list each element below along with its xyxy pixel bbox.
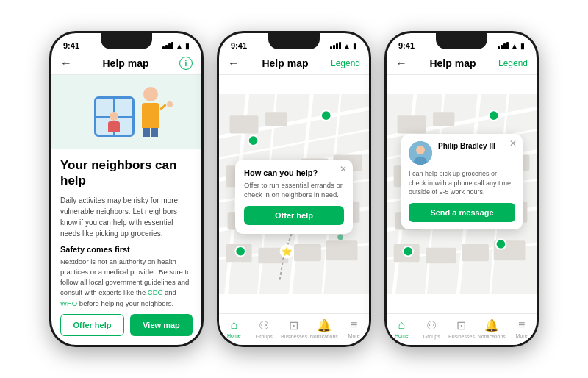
businesses-icon-3: ⊡	[456, 318, 466, 332]
businesses-icon-2: ⊡	[289, 318, 298, 332]
nav-businesses-3[interactable]: ⊡ Businesses	[447, 318, 477, 339]
battery-icon-1: ▮	[185, 42, 190, 50]
svg-rect-45	[433, 112, 454, 126]
more-label-3: More	[516, 333, 528, 338]
back-button-2[interactable]: ←	[228, 57, 240, 70]
header-2: ← Help map Legend	[219, 54, 369, 75]
groups-icon-3: ⚇	[426, 318, 437, 332]
nav-home-2[interactable]: ⌂ Home	[219, 318, 249, 339]
send-message-button[interactable]: Send a message	[409, 203, 515, 222]
bottom-nav-3: ⌂ Home ⚇ Groups ⊡ Businesses 🔔 Notificat…	[387, 313, 537, 345]
standing-head	[143, 87, 158, 101]
profile-header-3: Philip Bradley III	[409, 141, 515, 165]
popup-close-2[interactable]: ✕	[340, 164, 347, 174]
header-3: ← Help map Legend	[387, 54, 537, 75]
svg-rect-23	[294, 244, 321, 261]
svg-text:⭐: ⭐	[282, 246, 293, 257]
status-time-3: 9:41	[398, 41, 415, 50]
info-main-title: Your neighbors can help	[60, 157, 193, 189]
nav-groups-3[interactable]: ⚇ Groups	[417, 318, 447, 339]
map-screen-2: ⭐ ✕ How can you help? Offer to run essen…	[219, 75, 369, 345]
groups-label-2: Groups	[256, 334, 273, 339]
popup-text-2: Offer to run essential errands or check …	[244, 180, 344, 200]
notch-1	[101, 33, 152, 49]
info-button-1[interactable]: i	[179, 57, 193, 70]
bottom-nav-2: ⌂ Home ⚇ Groups ⊡ Businesses 🔔 Notificat…	[219, 313, 369, 345]
battery-icon-3: ▮	[520, 42, 525, 50]
more-icon-3: ≡	[518, 318, 525, 332]
person-body	[108, 121, 120, 132]
back-button-1[interactable]: ←	[60, 57, 72, 70]
profile-text-3: I can help pick up groceries or check in…	[409, 169, 515, 197]
svg-point-31	[337, 234, 343, 240]
legend-button-3[interactable]: Legend	[498, 58, 528, 68]
wifi-icon-1: ▲	[176, 42, 183, 50]
phones-container: 9:41 ▲ ▮ ← Help map i	[35, 16, 553, 362]
notch-3	[436, 33, 487, 49]
signal-bars-1	[162, 42, 173, 49]
bar2	[501, 45, 503, 49]
phone-1: 9:41 ▲ ▮ ← Help map i	[49, 31, 204, 347]
safety-text: Nextdoor is not an authority on health p…	[60, 257, 193, 309]
nav-groups-2[interactable]: ⚇ Groups	[249, 318, 279, 339]
more-icon-2: ≡	[351, 318, 357, 332]
svg-point-60	[496, 239, 506, 249]
person-head	[110, 112, 118, 121]
header-title-3: Help map	[429, 57, 476, 69]
info-content-1: Your neighbors can help Daily activites …	[51, 149, 201, 308]
phone-3-inner: 9:41 ▲ ▮ ← Help map Legend	[387, 33, 537, 345]
notifications-icon-3: 🔔	[484, 318, 499, 332]
window-frame	[94, 96, 135, 137]
header-title-1: Help map	[102, 57, 148, 69]
map-bg-3: ✕ Philip Bradley III	[387, 75, 537, 313]
info-buttons: Offer help View map	[51, 308, 201, 345]
nav-businesses-2[interactable]: ⊡ Businesses	[279, 318, 309, 339]
svg-point-28	[235, 246, 245, 257]
safety-title: Safety comes first	[60, 245, 193, 254]
nav-notifications-3[interactable]: 🔔 Notifications	[476, 318, 506, 339]
svg-rect-56	[462, 244, 489, 261]
bar4	[339, 42, 341, 49]
svg-point-25	[321, 110, 331, 121]
who-link[interactable]: WHO	[60, 299, 77, 307]
standing-person	[142, 87, 159, 137]
offer-help-button-2[interactable]: Offer help	[244, 206, 344, 225]
nav-notifications-2[interactable]: 🔔 Notifications	[309, 318, 339, 339]
legend-button-2[interactable]: Legend	[331, 58, 360, 68]
signal-bars-2	[330, 42, 341, 49]
standing-body	[142, 103, 159, 128]
svg-point-65	[416, 146, 425, 154]
home-icon-3: ⌂	[398, 318, 406, 332]
cdc-link[interactable]: CDC	[148, 288, 163, 296]
nav-more-2[interactable]: ≡ More	[339, 318, 369, 339]
businesses-label-2: Businesses	[281, 334, 307, 339]
home-icon-2: ⌂	[231, 318, 238, 332]
nav-more-3[interactable]: ≡ More	[506, 318, 537, 339]
status-time-2: 9:41	[231, 41, 247, 50]
status-time-1: 9:41	[63, 41, 79, 50]
view-map-button[interactable]: View map	[130, 314, 193, 336]
businesses-label-3: Businesses	[448, 334, 475, 339]
illustration-1	[51, 75, 201, 149]
phone-2: 9:41 ▲ ▮ ← Help map Legend	[217, 31, 371, 347]
notch-2	[268, 33, 320, 49]
waving-hand	[167, 101, 173, 107]
notifications-icon-2: 🔔	[317, 318, 331, 332]
groups-label-3: Groups	[423, 334, 440, 339]
notifications-label-2: Notifications	[310, 334, 338, 339]
bar1	[162, 46, 165, 49]
offer-help-button-1[interactable]: Offer help	[60, 314, 124, 336]
window-figure	[94, 96, 135, 137]
nav-home-3[interactable]: ⌂ Home	[387, 318, 417, 339]
home-label-2: Home	[227, 333, 241, 338]
popup-title-2: How can you help?	[244, 168, 344, 177]
profile-close-3[interactable]: ✕	[509, 138, 517, 149]
svg-point-58	[489, 110, 499, 121]
bar1	[498, 46, 500, 49]
bar2	[333, 45, 335, 49]
back-button-3[interactable]: ←	[395, 57, 407, 70]
wifi-icon-2: ▲	[343, 42, 351, 50]
svg-point-26	[248, 135, 259, 146]
notifications-label-3: Notifications	[478, 334, 506, 339]
phone-3: 9:41 ▲ ▮ ← Help map Legend	[384, 31, 539, 347]
